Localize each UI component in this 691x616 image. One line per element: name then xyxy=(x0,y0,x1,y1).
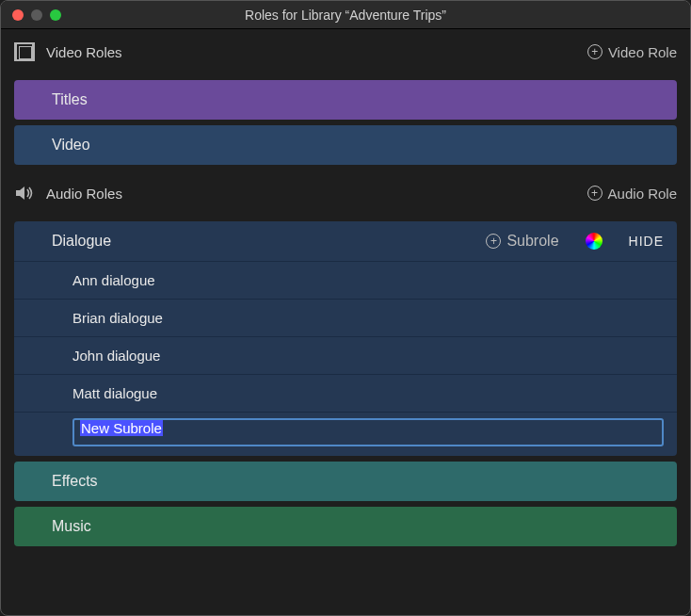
subrole-edit-row: New Subrole xyxy=(14,412,677,456)
add-subrole-button[interactable]: + Subrole xyxy=(486,233,558,250)
window-title: Roles for Library “Adventure Trips” xyxy=(1,8,690,23)
subrole-name-input[interactable]: New Subrole xyxy=(72,418,664,446)
subrole-input-value: New Subrole xyxy=(80,420,163,436)
role-label: Dialogue xyxy=(52,233,111,250)
role-music[interactable]: Music xyxy=(14,507,677,546)
minimize-window-button[interactable] xyxy=(31,9,42,21)
film-icon xyxy=(14,42,46,61)
role-label: Effects xyxy=(52,473,98,490)
plus-icon: + xyxy=(486,234,501,249)
speaker-icon xyxy=(14,184,46,203)
audio-roles-label: Audio Roles xyxy=(46,186,122,202)
video-roles-label: Video Roles xyxy=(46,44,122,60)
plus-icon: + xyxy=(587,44,603,59)
audio-roles-header: Audio Roles + Audio Role xyxy=(1,170,690,216)
role-label: Titles xyxy=(52,91,88,108)
subrole-label: John dialogue xyxy=(72,348,160,364)
zoom-window-button[interactable] xyxy=(50,9,61,21)
role-label: Music xyxy=(52,518,91,535)
subrole-label: Ann dialogue xyxy=(72,272,155,288)
add-subrole-label: Subrole xyxy=(506,233,558,250)
subrole-item[interactable]: Ann dialogue xyxy=(14,261,677,299)
add-video-role-button[interactable]: + Video Role xyxy=(587,44,677,60)
role-dialogue-header: Dialogue + Subrole HIDE xyxy=(14,221,677,261)
add-audio-role-label: Audio Role xyxy=(608,186,677,202)
add-audio-role-button[interactable]: + Audio Role xyxy=(587,186,677,202)
title-bar: Roles for Library “Adventure Trips” xyxy=(1,1,690,29)
role-dialogue[interactable]: Dialogue + Subrole HIDE Ann dialogue Bri… xyxy=(14,221,677,456)
role-color-picker[interactable] xyxy=(586,233,603,250)
plus-icon: + xyxy=(587,186,603,201)
hide-subroles-button[interactable]: HIDE xyxy=(629,234,664,249)
subrole-item[interactable]: John dialogue xyxy=(14,336,677,374)
roles-window: Roles for Library “Adventure Trips” Vide… xyxy=(0,0,691,616)
subrole-label: Matt dialogue xyxy=(72,385,157,401)
video-roles-header: Video Roles + Video Role xyxy=(1,29,690,74)
close-window-button[interactable] xyxy=(12,9,24,21)
role-effects[interactable]: Effects xyxy=(14,462,677,501)
add-video-role-label: Video Role xyxy=(608,44,677,60)
role-titles[interactable]: Titles xyxy=(14,80,677,120)
role-video[interactable]: Video xyxy=(14,125,677,165)
subrole-item[interactable]: Matt dialogue xyxy=(14,374,677,412)
subrole-item[interactable]: Brian dialogue xyxy=(14,299,677,336)
role-label: Video xyxy=(52,137,90,154)
window-controls xyxy=(12,9,61,21)
subrole-label: Brian dialogue xyxy=(72,310,163,326)
